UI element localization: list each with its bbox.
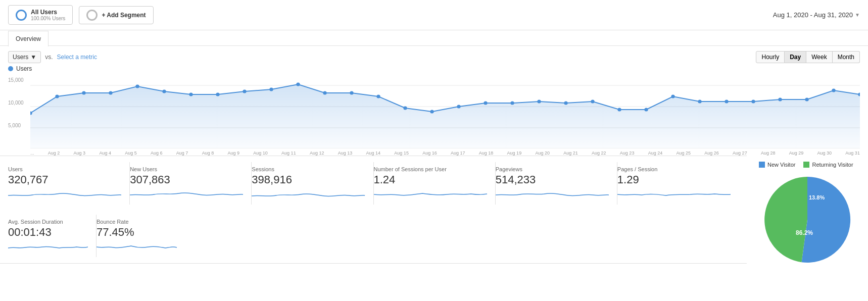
- legend-new-visitor: New Visitor: [759, 162, 795, 168]
- metric-sessions-per-user-value: 1.24: [374, 173, 487, 186]
- new-visitor-label: New Visitor: [767, 162, 795, 168]
- add-segment-circle: [86, 10, 98, 21]
- metric-pageviews-value: 514,233: [496, 173, 609, 186]
- metric-bounce-rate-sparkline: [97, 241, 177, 253]
- metric-new-users-sparkline: [130, 188, 243, 200]
- pie-section: New Visitor Returning Visitor 86.2% 13.8…: [747, 156, 868, 274]
- metric-pages-session-name: Pages / Session: [617, 166, 731, 172]
- chart-dot: [671, 95, 674, 98]
- metric-selector: Users ▼ vs. Select a metric: [8, 51, 97, 63]
- date-range-picker[interactable]: Aug 1, 2020 - Aug 31, 2020 ▼: [773, 11, 860, 19]
- chart-dot: [537, 100, 541, 104]
- chart-dot: [350, 91, 353, 95]
- metric-pages-session-sparkline: [617, 188, 731, 200]
- chart-dot: [323, 91, 326, 95]
- line-chart-svg: [30, 75, 860, 148]
- metric-sessions-name: Sessions: [252, 166, 365, 172]
- chart-dot: [189, 93, 192, 96]
- metric-btn-label: Users: [13, 54, 28, 61]
- pie-label-86: 86.2%: [796, 229, 813, 236]
- metric-users-sparkline: [8, 188, 121, 200]
- metric-pageviews-name: Pageviews: [496, 166, 609, 172]
- returning-visitor-color: [803, 162, 809, 168]
- chart-dot: [376, 95, 380, 98]
- metric-bounce-rate-name: Bounce Rate: [97, 219, 177, 225]
- legend-dot: [8, 66, 13, 71]
- chart-dot: [109, 91, 112, 95]
- metric-sessions-sparkline: [252, 188, 365, 200]
- new-visitor-color: [759, 162, 765, 168]
- legend-label: Users: [16, 65, 32, 72]
- time-btn-hourly[interactable]: Hourly: [756, 51, 785, 63]
- metric-avg-session: Avg. Session Duration 00:01:43: [8, 215, 97, 257]
- chart-area-fill: [30, 84, 860, 148]
- chart-dot: [510, 102, 514, 105]
- metric-pages-session-value: 1.29: [617, 173, 731, 186]
- segment-all-users[interactable]: All Users 100.00% Users: [8, 5, 73, 25]
- metric-users-value: 320,767: [8, 173, 121, 186]
- chart-dot: [751, 100, 755, 104]
- y-label-10k: 10,000: [8, 100, 30, 106]
- chart-dot: [617, 108, 621, 112]
- legend-returning-visitor: Returning Visitor: [803, 162, 853, 168]
- segment-circle: [16, 10, 27, 21]
- bottom-content: Users 320,767 New Users 307,863 Se: [0, 156, 868, 274]
- metric-bounce-rate: Bounce Rate 77.45%: [97, 215, 185, 257]
- chart-dot: [216, 93, 219, 96]
- metric-avg-session-sparkline: [8, 241, 88, 253]
- chart-dot: [55, 95, 59, 98]
- metric-bounce-rate-value: 77.45%: [97, 226, 177, 239]
- add-segment-btn[interactable]: + Add Segment: [79, 6, 153, 24]
- metric-users-name: Users: [8, 166, 121, 172]
- chart-dot: [484, 102, 487, 105]
- chart-area: Users 15,000 10,000 5,000: [0, 65, 868, 156]
- metric-pageviews: Pageviews 514,233: [496, 162, 617, 205]
- chart-dot: [162, 90, 166, 93]
- chart-controls: Users ▼ vs. Select a metric Hourly Day W…: [0, 46, 868, 65]
- metric-avg-session-value: 00:01:43: [8, 226, 88, 239]
- metric-pageviews-sparkline: [496, 188, 609, 200]
- chart-dot: [832, 89, 835, 92]
- pie-chart-container: 86.2% 13.8%: [759, 172, 856, 268]
- returning-visitor-segment: [764, 177, 807, 262]
- metric-avg-session-name: Avg. Session Duration: [8, 219, 88, 225]
- metric-sessions-value: 398,916: [252, 173, 365, 186]
- chart-dot: [403, 107, 407, 110]
- metrics-row2: Avg. Session Duration 00:01:43 Bounce Ra…: [0, 211, 747, 264]
- chart-dot: [296, 83, 300, 86]
- chart-dot: [644, 108, 648, 112]
- chart-dot: [805, 98, 808, 102]
- chart-dot: [698, 100, 701, 104]
- vs-label: vs.: [45, 54, 53, 61]
- pie-legend: New Visitor Returning Visitor: [759, 162, 856, 168]
- add-segment-label: + Add Segment: [102, 12, 146, 19]
- chart-dot: [430, 110, 433, 114]
- chart-dot: [269, 88, 273, 91]
- chart-dot: [725, 100, 728, 104]
- segment-subtitle: 100.00% Users: [31, 16, 65, 21]
- new-visitor-segment: [802, 177, 851, 263]
- metric-sessions-per-user-sparkline: [374, 188, 487, 200]
- top-bar: All Users 100.00% Users + Add Segment Au…: [0, 0, 868, 30]
- tab-bar: Overview: [0, 30, 868, 46]
- time-btn-day[interactable]: Day: [785, 51, 806, 63]
- chart-dot: [564, 102, 567, 105]
- tab-overview[interactable]: Overview: [8, 31, 49, 46]
- select-metric-link[interactable]: Select a metric: [57, 54, 97, 61]
- time-buttons: Hourly Day Week Month: [756, 51, 860, 63]
- metric-sessions-per-user: Number of Sessions per User 1.24: [374, 162, 496, 205]
- metric-dropdown[interactable]: Users ▼: [8, 51, 41, 63]
- time-btn-week[interactable]: Week: [806, 51, 832, 63]
- chart-dot: [82, 91, 85, 95]
- segment-text: All Users 100.00% Users: [31, 9, 65, 21]
- metric-users: Users 320,767: [8, 162, 130, 205]
- y-label-5k: 5,000: [8, 123, 30, 128]
- metrics-section: Users 320,767 New Users 307,863 Se: [0, 156, 747, 274]
- metric-new-users-name: New Users: [130, 166, 243, 172]
- time-btn-month[interactable]: Month: [833, 51, 860, 63]
- chart-legend: Users: [8, 65, 860, 72]
- chart-dot: [457, 105, 460, 109]
- chart-dot: [591, 100, 594, 104]
- chart-dot: [135, 85, 139, 88]
- metric-new-users: New Users 307,863: [130, 162, 252, 205]
